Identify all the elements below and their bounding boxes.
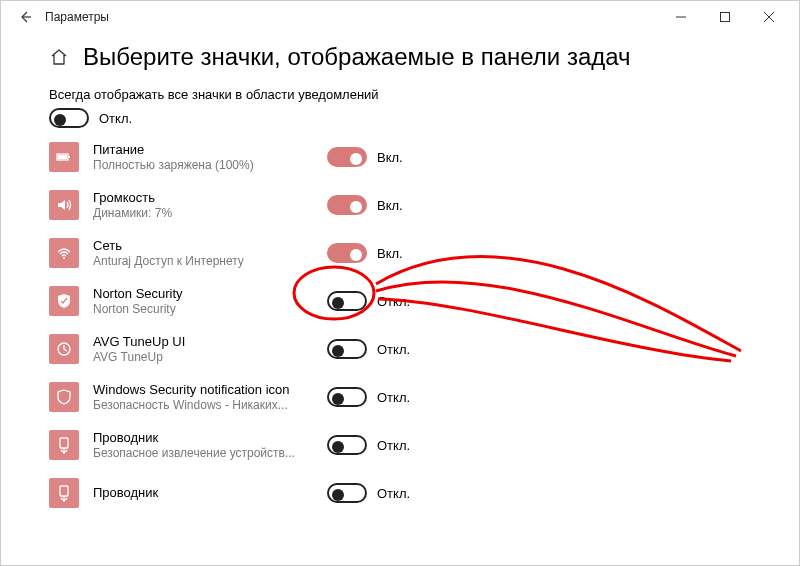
item-subtitle: AVG TuneUp	[93, 350, 313, 364]
list-item: ПитаниеПолностью заряжена (100%)Вкл.	[49, 142, 751, 172]
item-toggle-label: Вкл.	[377, 150, 403, 165]
settings-window: Параметры Выберите значки, отображаемые …	[0, 0, 800, 566]
svg-point-8	[63, 257, 65, 259]
item-texts: СетьAnturaj Доступ к Интернету	[93, 238, 313, 268]
item-toggle-label: Вкл.	[377, 198, 403, 213]
item-toggle-group: Откл.	[327, 483, 410, 503]
item-subtitle: Безопасное извлечение устройств...	[93, 446, 313, 460]
item-toggle-group: Откл.	[327, 339, 410, 359]
item-toggle-label: Откл.	[377, 390, 410, 405]
list-item: ПроводникОткл.	[49, 478, 751, 508]
list-item: Norton SecurityNorton SecurityОткл.	[49, 286, 751, 316]
item-title: Windows Security notification icon	[93, 382, 313, 398]
item-toggle-group: Вкл.	[327, 147, 403, 167]
item-title: Проводник	[93, 485, 313, 501]
close-button[interactable]	[747, 1, 791, 33]
item-toggle[interactable]	[327, 147, 367, 167]
item-toggle-label: Откл.	[377, 486, 410, 501]
always-show-label: Всегда отображать все значки в области у…	[49, 87, 751, 102]
security-icon	[49, 382, 79, 412]
page-header: Выберите значки, отображаемые в панели з…	[1, 33, 799, 79]
item-title: Проводник	[93, 430, 313, 446]
titlebar: Параметры	[1, 1, 799, 33]
item-title: AVG TuneUp UI	[93, 334, 313, 350]
item-toggle[interactable]	[327, 291, 367, 311]
item-toggle[interactable]	[327, 387, 367, 407]
item-texts: AVG TuneUp UIAVG TuneUp	[93, 334, 313, 364]
item-toggle-label: Откл.	[377, 438, 410, 453]
shield-icon	[49, 286, 79, 316]
item-subtitle: Полностью заряжена (100%)	[93, 158, 313, 172]
item-texts: Проводник	[93, 485, 313, 501]
explorer-icon	[49, 478, 79, 508]
item-toggle-group: Откл.	[327, 435, 410, 455]
item-toggle[interactable]	[327, 195, 367, 215]
icon-list: ПитаниеПолностью заряжена (100%)Вкл.Гром…	[49, 142, 751, 508]
item-toggle-label: Откл.	[377, 294, 410, 309]
item-texts: ГромкостьДинамики: 7%	[93, 190, 313, 220]
item-toggle-group: Вкл.	[327, 195, 403, 215]
always-show-toggle-row: Откл.	[49, 108, 751, 128]
item-toggle-group: Откл.	[327, 291, 410, 311]
svg-rect-12	[60, 486, 68, 496]
explorer-icon	[49, 430, 79, 460]
list-item: СетьAnturaj Доступ к ИнтернетуВкл.	[49, 238, 751, 268]
item-texts: ПроводникБезопасное извлечение устройств…	[93, 430, 313, 460]
maximize-button[interactable]	[703, 1, 747, 33]
item-subtitle: Norton Security	[93, 302, 313, 316]
always-show-state-label: Откл.	[99, 111, 132, 126]
item-toggle[interactable]	[327, 435, 367, 455]
window-controls	[659, 1, 791, 33]
home-icon[interactable]	[49, 47, 69, 67]
list-item: ПроводникБезопасное извлечение устройств…	[49, 430, 751, 460]
item-texts: Norton SecurityNorton Security	[93, 286, 313, 316]
item-subtitle: Безопасность Windows - Никаких...	[93, 398, 313, 412]
svg-rect-6	[68, 156, 70, 158]
always-show-toggle[interactable]	[49, 108, 89, 128]
item-title: Громкость	[93, 190, 313, 206]
back-button[interactable]	[9, 1, 41, 33]
item-texts: ПитаниеПолностью заряжена (100%)	[93, 142, 313, 172]
item-title: Norton Security	[93, 286, 313, 302]
item-toggle-label: Откл.	[377, 342, 410, 357]
page-title: Выберите значки, отображаемые в панели з…	[83, 43, 631, 71]
item-title: Питание	[93, 142, 313, 158]
item-toggle[interactable]	[327, 243, 367, 263]
item-title: Сеть	[93, 238, 313, 254]
tuneup-icon	[49, 334, 79, 364]
item-texts: Windows Security notification iconБезопа…	[93, 382, 313, 412]
item-subtitle: Anturaj Доступ к Интернету	[93, 254, 313, 268]
list-item: Windows Security notification iconБезопа…	[49, 382, 751, 412]
content: Всегда отображать все значки в области у…	[1, 79, 799, 508]
svg-rect-2	[721, 13, 730, 22]
svg-rect-7	[58, 155, 67, 159]
svg-rect-10	[60, 438, 68, 448]
battery-icon	[49, 142, 79, 172]
item-toggle-label: Вкл.	[377, 246, 403, 261]
wifi-icon	[49, 238, 79, 268]
item-toggle-group: Откл.	[327, 387, 410, 407]
item-subtitle: Динамики: 7%	[93, 206, 313, 220]
item-toggle-group: Вкл.	[327, 243, 403, 263]
item-toggle[interactable]	[327, 339, 367, 359]
item-toggle[interactable]	[327, 483, 367, 503]
minimize-button[interactable]	[659, 1, 703, 33]
list-item: ГромкостьДинамики: 7%Вкл.	[49, 190, 751, 220]
window-title: Параметры	[45, 10, 109, 24]
volume-icon	[49, 190, 79, 220]
list-item: AVG TuneUp UIAVG TuneUpОткл.	[49, 334, 751, 364]
